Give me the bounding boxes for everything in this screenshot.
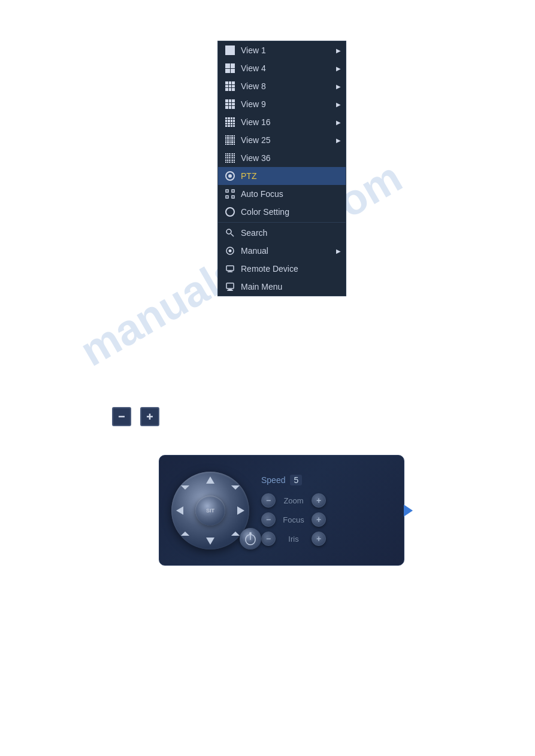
menu-label-view9: View 9 xyxy=(241,99,266,109)
focus-minus-button[interactable]: − xyxy=(261,512,276,527)
arrow-icon-manual: ▶ xyxy=(336,248,341,254)
focus-minus-symbol: − xyxy=(266,515,271,524)
dpad-up-button[interactable] xyxy=(206,476,214,484)
dpad-right-button[interactable] xyxy=(237,506,244,515)
icon-buttons-row xyxy=(112,407,159,426)
iris-minus-button[interactable]: − xyxy=(261,532,276,546)
menu-label-view4: View 4 xyxy=(241,63,266,73)
dpad-outer: SIT xyxy=(171,472,249,549)
search-icon xyxy=(224,227,236,239)
svg-rect-11 xyxy=(226,283,234,289)
dpad-upleft-button[interactable] xyxy=(181,481,189,489)
ptz-controls: Speed 5 − Zoom + − Focus + − xyxy=(261,475,392,546)
mouse-button[interactable] xyxy=(240,528,261,549)
zoom-label: Zoom xyxy=(282,496,306,505)
menu-item-autofocus[interactable]: Auto Focus xyxy=(218,185,346,203)
grid8-icon xyxy=(224,80,236,92)
dpad-downleft-button[interactable] xyxy=(181,531,189,539)
arrow-icon-view4: ▶ xyxy=(336,65,341,72)
arrow-icon-view8: ▶ xyxy=(336,83,341,90)
menu-item-ptz[interactable]: PTZ xyxy=(218,167,346,185)
arrow-icon-view9: ▶ xyxy=(336,101,341,108)
menu-label-view1: View 1 xyxy=(241,45,266,55)
menu-item-view1[interactable]: View 1 ▶ xyxy=(218,41,346,59)
minus-icon-button[interactable] xyxy=(112,407,131,426)
menu-item-remotedevice[interactable]: Remote Device xyxy=(218,260,346,278)
focus-plus-symbol: + xyxy=(316,515,321,524)
menu-label-colorsetting: Color Setting xyxy=(241,207,289,217)
menu-item-view4[interactable]: View 4 ▶ xyxy=(218,59,346,77)
color-setting-icon xyxy=(224,206,236,218)
svg-rect-3 xyxy=(232,196,234,198)
svg-point-21 xyxy=(249,532,252,535)
ptz-icon xyxy=(224,170,236,182)
iris-label: Iris xyxy=(282,535,306,544)
zoom-plus-symbol: + xyxy=(316,496,321,505)
iris-row: − Iris + xyxy=(261,532,392,546)
manual-icon xyxy=(224,245,236,257)
context-menu: View 1 ▶ View 4 ▶ View 8 ▶ xyxy=(217,41,346,296)
expand-arrow-button[interactable] xyxy=(404,505,413,517)
grid25-icon xyxy=(224,134,236,146)
iris-minus-symbol: − xyxy=(266,534,271,544)
speed-label: Speed xyxy=(261,475,285,485)
menu-label-manual: Manual xyxy=(241,246,268,256)
grid1-icon xyxy=(224,44,236,56)
svg-rect-8 xyxy=(226,266,234,271)
menu-divider-1 xyxy=(218,222,346,223)
menu-item-mainmenu[interactable]: Main Menu xyxy=(218,278,346,296)
focus-row: − Focus + xyxy=(261,512,392,527)
iris-plus-symbol: + xyxy=(316,534,321,544)
focus-label: Focus xyxy=(282,515,306,524)
zoom-minus-symbol: − xyxy=(266,496,271,505)
directional-pad: SIT xyxy=(171,472,249,549)
zoom-plus-button[interactable]: + xyxy=(312,493,326,508)
menu-label-remotedevice: Remote Device xyxy=(241,264,298,274)
svg-point-4 xyxy=(226,229,231,234)
grid36-icon xyxy=(224,152,236,164)
dpad-downright-button[interactable] xyxy=(231,531,240,539)
menu-item-search[interactable]: Search xyxy=(218,224,346,242)
menu-item-colorsetting[interactable]: Color Setting xyxy=(218,203,346,221)
menu-item-view36[interactable]: View 36 xyxy=(218,149,346,167)
menu-item-manual[interactable]: Manual ▶ xyxy=(218,242,346,260)
main-menu-icon xyxy=(224,281,236,293)
grid4-icon xyxy=(224,62,236,74)
speed-row: Speed 5 xyxy=(261,475,392,485)
dpad-down-button[interactable] xyxy=(206,538,214,545)
menu-label-view8: View 8 xyxy=(241,81,266,91)
arrow-icon-view16: ▶ xyxy=(336,119,341,126)
dpad-left-button[interactable] xyxy=(176,506,183,515)
ptz-panel: SIT Speed 5 − Zoom + xyxy=(159,455,404,566)
menu-label-ptz: PTZ xyxy=(241,171,256,181)
menu-item-view16[interactable]: View 16 ▶ xyxy=(218,113,346,131)
menu-label-view16: View 16 xyxy=(241,117,271,127)
svg-line-5 xyxy=(231,234,234,237)
plus-icon-button[interactable] xyxy=(140,407,159,426)
svg-point-7 xyxy=(229,250,232,253)
svg-rect-1 xyxy=(232,190,234,192)
arrow-icon-view25: ▶ xyxy=(336,137,341,144)
speed-value: 5 xyxy=(290,475,302,485)
menu-label-view36: View 36 xyxy=(241,153,271,163)
menu-label-search: Search xyxy=(241,228,267,238)
zoom-row: − Zoom + xyxy=(261,493,392,508)
zoom-minus-button[interactable]: − xyxy=(261,493,276,508)
menu-label-mainmenu: Main Menu xyxy=(241,282,282,292)
svg-rect-0 xyxy=(226,190,228,192)
grid9-icon xyxy=(224,98,236,110)
dpad-upright-button[interactable] xyxy=(231,481,240,489)
menu-label-autofocus: Auto Focus xyxy=(241,189,283,199)
iris-plus-button[interactable]: + xyxy=(312,532,326,546)
menu-item-view25[interactable]: View 25 ▶ xyxy=(218,131,346,149)
remote-device-icon xyxy=(224,263,236,275)
autofocus-icon xyxy=(224,188,236,200)
dpad-center-button[interactable]: SIT xyxy=(195,496,225,526)
menu-item-view8[interactable]: View 8 ▶ xyxy=(218,77,346,95)
focus-plus-button[interactable]: + xyxy=(312,512,326,527)
menu-item-view9[interactable]: View 9 ▶ xyxy=(218,95,346,113)
arrow-icon-view1: ▶ xyxy=(336,47,341,54)
menu-label-view25: View 25 xyxy=(241,135,271,145)
grid16-icon xyxy=(224,116,236,128)
svg-rect-2 xyxy=(226,196,228,198)
